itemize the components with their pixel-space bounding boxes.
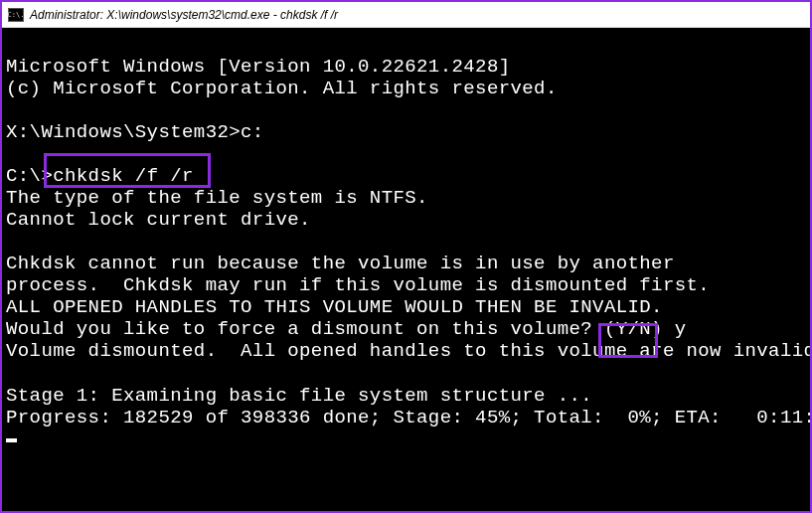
console-prompt-line: Would you like to force a dismount on th… — [6, 318, 687, 340]
console-line: Volume dismounted. All opened handles to… — [6, 340, 810, 362]
cmd-icon: C:\. — [8, 8, 24, 22]
cmd-window: C:\. Administrator: X:\windows\system32\… — [2, 2, 810, 511]
prompt: C:\> — [6, 165, 53, 187]
user-input: y — [675, 318, 687, 340]
text-cursor — [6, 438, 17, 442]
console-prompt-line: X:\Windows\System32>c: — [6, 121, 264, 143]
console-line: ALL OPENED HANDLES TO THIS VOLUME WOULD … — [6, 296, 663, 318]
console-line: Microsoft Windows [Version 10.0.22621.24… — [6, 56, 510, 78]
user-command: chkdsk /f /r — [53, 165, 194, 187]
console-progress-line: Progress: 182529 of 398336 done; Stage: … — [6, 407, 810, 428]
window-title: Administrator: X:\windows\system32\cmd.e… — [30, 8, 338, 22]
console-prompt-line: C:\>chkdsk /f /r — [6, 165, 194, 187]
console-line: (c) Microsoft Corporation. All rights re… — [6, 78, 558, 99]
console-line: Cannot lock current drive. — [6, 209, 311, 231]
console-line: Chkdsk cannot run because the volume is … — [6, 253, 675, 274]
window-titlebar[interactable]: C:\. Administrator: X:\windows\system32\… — [2, 2, 810, 28]
question-text: Would you like to force a dismount on th… — [6, 318, 675, 340]
console-area[interactable]: Microsoft Windows [Version 10.0.22621.24… — [2, 28, 810, 511]
console-line: Stage 1: Examining basic file system str… — [6, 385, 592, 407]
console-line: process. Chkdsk may run if this volume i… — [6, 274, 710, 296]
console-line: The type of the file system is NTFS. — [6, 187, 428, 209]
